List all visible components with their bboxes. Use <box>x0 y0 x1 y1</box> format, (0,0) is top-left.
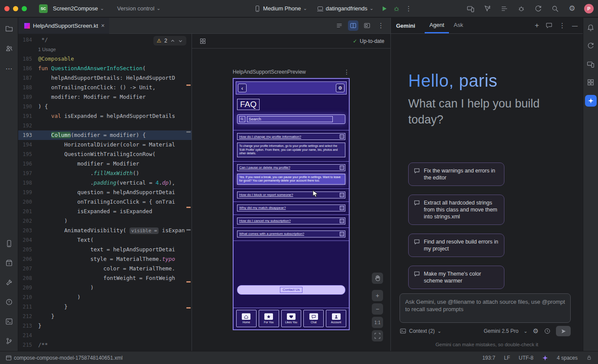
line-number[interactable]: 205 <box>18 245 38 254</box>
code-line[interactable]: 198 .padding(vertical = 4.dp), <box>18 178 192 188</box>
line-number[interactable]: 192 <box>18 121 38 130</box>
code-line[interactable]: 213} <box>18 321 192 331</box>
code-line[interactable]: 208 fontWeight = FontWeigh <box>18 273 192 283</box>
code-line[interactable]: 202 ) <box>18 216 192 226</box>
next-problem-icon[interactable] <box>178 39 183 43</box>
expand-icon[interactable] <box>340 206 344 210</box>
chat-history-icon[interactable] <box>546 22 552 29</box>
faq-answer[interactable]: To change your profile information, go t… <box>237 143 345 157</box>
code-line[interactable]: 205 text = helpAndSupportDetai <box>18 245 192 254</box>
line-number[interactable]: 202 <box>18 216 38 226</box>
vcs-widget[interactable]: Version control ⌄ <box>114 3 164 13</box>
nav-item-heart[interactable]: Likes You <box>281 310 302 327</box>
app-top-bar[interactable]: ‹ ⚙ <box>236 81 347 94</box>
tab-options-icon[interactable]: ⋮ <box>376 20 386 31</box>
settings-gear-icon[interactable]: ⚙ <box>336 84 344 92</box>
line-number[interactable]: 201 <box>18 207 38 216</box>
hide-panel-icon[interactable]: — <box>572 23 578 29</box>
more-toolwindows-icon[interactable]: ⋯ <box>3 63 15 74</box>
user-avatar[interactable]: P <box>584 4 594 13</box>
suggestion-card[interactable]: Find and resolve build errors in my proj… <box>408 234 504 257</box>
line-number[interactable]: 186 <box>18 64 38 73</box>
code-line[interactable]: 192 <box>18 121 192 130</box>
code-line[interactable]: 197 .fillMaxWidth() <box>18 169 192 178</box>
line-number[interactable]: 204 <box>18 235 38 245</box>
code-line[interactable]: 215/** <box>18 340 192 350</box>
faq-answer[interactable]: Yes. If you need a break, you can pause … <box>237 174 345 185</box>
phone-preview[interactable]: ‹ ⚙ FAQ Search How do I change my profil… <box>233 78 350 330</box>
ai-actions-icon[interactable] <box>483 4 492 13</box>
editor-mode-code-icon[interactable] <box>334 20 344 31</box>
more-actions-icon[interactable]: ⋮ <box>404 4 413 13</box>
code-line[interactable]: 212 } <box>18 312 192 321</box>
send-button[interactable] <box>556 326 571 336</box>
line-number[interactable]: 193 <box>18 130 38 140</box>
code-line[interactable]: 193 Column(modifier = modifier) { <box>18 130 192 140</box>
nav-item-home[interactable]: Home <box>236 310 257 327</box>
debug-button[interactable] <box>392 4 401 13</box>
terminal-icon[interactable] <box>3 316 15 327</box>
project-selector[interactable]: Screen2Compose ⌄ <box>49 3 107 13</box>
code-editor[interactable]: ⚠ 2 184 */1 Usage185@Composable186fun Qu… <box>18 34 192 351</box>
maximize-window-button[interactable] <box>22 6 27 11</box>
warning-stripe-mark[interactable] <box>186 207 191 208</box>
line-number[interactable]: 214 <box>18 331 38 340</box>
run-button[interactable] <box>380 4 389 13</box>
line-number[interactable]: 198 <box>18 178 38 188</box>
nav-item-star[interactable]: For You <box>259 310 279 327</box>
statusbar-file[interactable]: compose-compose-model-1758748140651.xml <box>5 354 123 361</box>
history-icon[interactable] <box>544 328 551 335</box>
line-number[interactable]: 213 <box>18 321 38 331</box>
editor-mode-design-icon[interactable] <box>362 20 372 31</box>
model-selector[interactable]: Gemini 2.5 Pro <box>484 328 518 334</box>
expand-icon[interactable] <box>340 219 344 223</box>
gemini-status-icon[interactable] <box>542 355 548 361</box>
device-manager-icon[interactable] <box>585 58 596 70</box>
contact-us-button[interactable]: Contact Us <box>237 285 345 295</box>
line-number[interactable]: 200 <box>18 197 38 207</box>
tab-ask[interactable]: Ask <box>449 18 468 33</box>
gemini-toolwindow-button[interactable] <box>585 95 597 107</box>
lock-icon[interactable] <box>586 355 592 361</box>
suggestion-card[interactable]: Make my Theme's color scheme warmer <box>408 266 504 289</box>
line-ending[interactable]: LF <box>504 355 510 361</box>
zoom-in-button[interactable]: + <box>372 290 383 301</box>
new-chat-icon[interactable]: + <box>535 21 539 30</box>
warning-stripe-mark[interactable] <box>186 307 191 309</box>
code-line[interactable]: 196 modifier = Modifier <box>18 159 192 169</box>
preview-title[interactable]: HelpAndSupportScreenPreview <box>233 69 306 75</box>
minimize-window-button[interactable] <box>13 6 18 11</box>
context-selector[interactable]: Context (2) <box>409 328 435 334</box>
line-number[interactable]: 189 <box>18 92 38 102</box>
app-inspection-icon[interactable] <box>3 257 15 269</box>
pull-requests-icon[interactable] <box>3 43 15 54</box>
device-selector[interactable]: Medium Phone ⌄ <box>250 3 311 14</box>
info-stripe-mark[interactable] <box>186 131 191 133</box>
notifications-icon[interactable] <box>585 22 596 33</box>
profiler-icon[interactable] <box>517 4 526 13</box>
line-number[interactable]: 197 <box>18 169 38 178</box>
device-explorer-icon[interactable] <box>3 238 15 249</box>
device-mirroring-icon[interactable] <box>466 4 475 13</box>
code-line[interactable]: 191 val isExpanded = helpAndSupportDetai… <box>18 111 192 121</box>
run-configuration-selector[interactable]: datingandfriends ⌄ <box>313 3 377 14</box>
screen-title[interactable]: FAQ <box>237 99 260 110</box>
code-line[interactable]: 199 question = helpAndSupportDetai <box>18 188 192 197</box>
preview-layout-grid-icon[interactable] <box>198 36 208 46</box>
pan-button[interactable] <box>372 273 383 284</box>
code-line[interactable]: 190) { <box>18 102 192 111</box>
zoom-actual-size-button[interactable]: 1:1 <box>372 317 383 328</box>
nav-item-person[interactable]: Account <box>326 310 346 327</box>
code-line[interactable]: 209 ) <box>18 283 192 292</box>
editor-mode-split-icon[interactable] <box>348 20 358 31</box>
code-line[interactable]: 185@Composable <box>18 54 192 64</box>
prev-problem-icon[interactable] <box>170 39 175 43</box>
line-number[interactable]: 185 <box>18 54 38 64</box>
layout-inspector-icon[interactable] <box>585 77 596 88</box>
faq-question-row[interactable]: Can I pause or delete my profile? <box>237 164 345 171</box>
line-number[interactable]: 195 <box>18 150 38 159</box>
line-number[interactable]: 208 <box>18 273 38 283</box>
search-field[interactable]: Search <box>237 114 345 124</box>
faq-question-row[interactable]: Why did my match disappear? <box>237 205 345 211</box>
line-number[interactable]: 203 <box>18 226 38 235</box>
